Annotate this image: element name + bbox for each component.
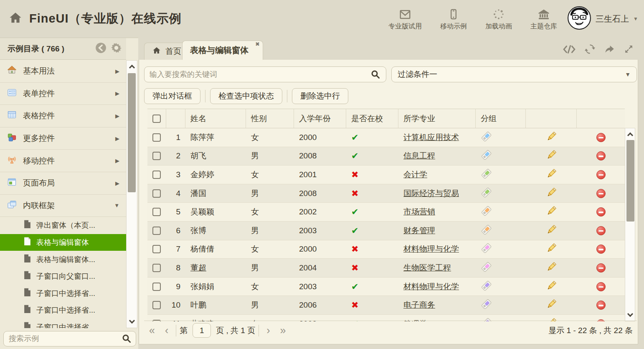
row-checkbox[interactable]	[152, 283, 161, 291]
settings-gear-icon[interactable]	[111, 42, 122, 55]
collapse-sidebar-icon[interactable]	[95, 42, 106, 55]
edit-pencil-icon[interactable]	[546, 261, 557, 275]
nav-item-label[interactable]: 基本用法	[23, 66, 55, 76]
sidebar-sub-item[interactable]: 子窗口向父窗口...	[0, 268, 126, 285]
table-row[interactable]: 7杨倩倩女2000✖材料物理与化学	[147, 240, 625, 259]
major-link[interactable]: 信息工程	[403, 150, 435, 161]
nav-item-label[interactable]: 移动控件	[23, 155, 55, 166]
scroll-down-icon[interactable]	[625, 309, 635, 321]
row-checkbox[interactable]	[152, 171, 161, 179]
sub-item-label[interactable]: 子窗口中选择省...	[36, 305, 95, 315]
delete-icon[interactable]	[596, 133, 606, 142]
row-checkbox[interactable]	[152, 227, 161, 235]
major-link[interactable]: 财务管理	[403, 225, 435, 236]
user-name[interactable]: 三生石上	[596, 13, 629, 25]
delete-icon[interactable]	[596, 245, 606, 254]
row-checkbox[interactable]	[152, 301, 161, 309]
toolbar-button[interactable]: 检查选中项状态	[210, 88, 282, 104]
edit-pencil-icon[interactable]	[546, 224, 557, 237]
nav-item-label[interactable]: 内联框架	[23, 200, 55, 211]
sub-item-label[interactable]: 子窗口向父窗口...	[36, 271, 95, 281]
tab-grid-edit-window[interactable]: 表格与编辑窗体 ✖	[182, 41, 263, 60]
delete-icon[interactable]	[596, 282, 606, 291]
grid-scrollbar[interactable]	[625, 128, 635, 321]
page-number-input[interactable]	[193, 323, 211, 338]
delete-icon[interactable]	[596, 189, 606, 198]
sidebar-nav-item[interactable]: 页面布局▶	[0, 172, 126, 195]
share-icon[interactable]	[604, 43, 615, 55]
nav-item-label[interactable]: 页面布局	[23, 178, 55, 189]
major-link[interactable]: 生物医学工程	[403, 262, 451, 273]
major-link[interactable]: 电子商务	[403, 300, 435, 311]
table-row[interactable]: 10叶鹏男2006✖电子商务	[147, 296, 625, 315]
sub-item-label[interactable]: 弹出窗体（本页...	[36, 220, 95, 230]
sub-item-label[interactable]: 子窗口中选择省...	[36, 288, 95, 298]
filter-dropdown[interactable]: 过滤条件一 ▼	[391, 66, 637, 82]
row-checkbox[interactable]	[152, 152, 161, 160]
edit-pencil-icon[interactable]	[546, 205, 557, 219]
sidebar-sub-item[interactable]: 子窗口中选择省...	[0, 302, 126, 319]
table-row[interactable]: 3金婷婷女2001✖会计学	[147, 166, 625, 184]
nav-item-label[interactable]: 更多控件	[23, 133, 55, 144]
table-row[interactable]: 9张娟娟女2003✔材料物理与化学	[147, 278, 625, 296]
edit-pencil-icon[interactable]	[546, 280, 557, 293]
delete-icon[interactable]	[596, 151, 606, 160]
trial-action[interactable]: 专业版试用	[388, 7, 422, 31]
user-block[interactable]: 三生石上 ▼	[567, 0, 638, 38]
nav-item-label[interactable]: 表单控件	[23, 88, 55, 99]
sub-item-label[interactable]: 表格与编辑窗体	[36, 237, 89, 247]
sidebar-nav-item[interactable]: 表单控件▶	[0, 83, 126, 105]
major-link[interactable]: 国际经济与贸易	[403, 188, 459, 199]
scroll-down-icon[interactable]	[127, 316, 137, 328]
major-link[interactable]: 市场营销	[403, 206, 435, 217]
scroll-up-icon[interactable]	[625, 128, 635, 140]
sidebar-nav-item[interactable]: 内联框架▼	[0, 195, 126, 217]
row-checkbox[interactable]	[152, 189, 161, 198]
sidebar-search-input[interactable]	[3, 331, 136, 346]
code-icon[interactable]	[563, 44, 576, 55]
sub-item-label[interactable]: 表格与编辑窗体...	[36, 255, 95, 265]
toolbar-button[interactable]: 弹出对话框	[144, 88, 200, 104]
table-row[interactable]: 8董超男2004✖生物医学工程	[147, 259, 625, 278]
edit-pencil-icon[interactable]	[546, 149, 557, 163]
theme-repo-action[interactable]: 主题仓库	[530, 7, 557, 31]
edit-pencil-icon[interactable]	[546, 168, 557, 181]
user-avatar[interactable]	[567, 6, 591, 32]
prev-page-button[interactable]: ‹	[160, 325, 173, 336]
next-page-button[interactable]: ›	[261, 325, 275, 336]
sidebar-sub-item[interactable]: 表格与编辑窗体...	[0, 251, 126, 268]
table-row[interactable]: 4潘国男2008✖国际经济与贸易	[147, 184, 625, 203]
mobile-demo-action[interactable]: 移动示例	[440, 7, 467, 31]
search-icon[interactable]	[370, 69, 380, 79]
scrollbar-thumb[interactable]	[626, 140, 634, 222]
last-page-button[interactable]: »	[275, 325, 291, 336]
tab-label[interactable]: 表格与编辑窗体	[190, 45, 248, 56]
header-action-label[interactable]: 主题仓库	[530, 22, 557, 31]
loading-animation-action[interactable]: 加载动画	[485, 7, 512, 31]
table-row[interactable]: 2胡飞男2008✔信息工程	[147, 147, 625, 166]
sidebar-sub-item[interactable]: 弹出窗体（本页...	[0, 217, 126, 234]
edit-pencil-icon[interactable]	[546, 131, 557, 144]
header-action-label[interactable]: 专业版试用	[388, 22, 422, 31]
expand-icon[interactable]	[624, 44, 634, 54]
major-link[interactable]: 材料物理与化学	[403, 281, 459, 292]
edit-pencil-icon[interactable]	[546, 242, 557, 256]
sidebar-scrollbar[interactable]	[126, 60, 137, 328]
keyword-search-input[interactable]	[144, 66, 386, 82]
nav-item-label[interactable]: 表格控件	[23, 110, 55, 121]
delete-icon[interactable]	[596, 170, 606, 179]
table-row[interactable]: 6张博男2003✔财务管理	[147, 222, 625, 240]
sidebar-nav-item[interactable]: 更多控件▶	[0, 127, 126, 150]
first-page-button[interactable]: «	[144, 325, 160, 336]
search-icon[interactable]	[122, 334, 132, 344]
scroll-up-icon[interactable]	[127, 61, 137, 72]
delete-icon[interactable]	[596, 301, 606, 310]
major-link[interactable]: 材料物理与化学	[403, 244, 459, 255]
header-action-label[interactable]: 加载动画	[485, 22, 512, 31]
delete-icon[interactable]	[596, 226, 606, 235]
sidebar-sub-item[interactable]: 子窗口中选择省...	[0, 285, 126, 302]
sidebar-nav-item[interactable]: 移动控件▶	[0, 150, 126, 172]
table-row[interactable]: 5吴颖颖女2002✔市场营销	[147, 203, 625, 222]
row-checkbox[interactable]	[152, 245, 161, 253]
edit-pencil-icon[interactable]	[546, 187, 557, 200]
